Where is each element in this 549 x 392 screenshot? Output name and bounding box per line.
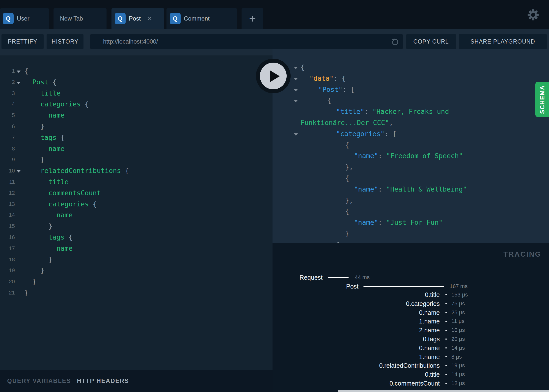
tab-user[interactable]: Q User [0,8,49,29]
query-code: categories { [49,199,97,210]
query-code: Post { [32,77,57,88]
query-line[interactable]: 3title [0,88,273,99]
query-line[interactable]: 2Post { [0,77,273,88]
response-code: "categories": [ [336,128,397,140]
tab-comment[interactable]: Q Comment [166,8,237,29]
execute-button[interactable] [256,59,291,93]
query-line[interactable]: 4categories { [0,99,273,110]
tracing-row: 0.relatedContributions19 μs [273,361,549,370]
response-line: "name": "Just For Fun" [273,217,549,228]
copy-curl-button[interactable]: COPY CURL [406,34,456,49]
tracing-title: TRACING [503,250,541,258]
dash [445,339,447,340]
add-tab-button[interactable]: + [242,8,263,29]
settings-gear-icon[interactable] [527,9,539,21]
endpoint-url-input[interactable]: http://localhost:4000/ [90,34,403,49]
tracing-row: 2.name10 μs [273,326,549,335]
query-line[interactable]: 11title [0,176,273,188]
response-line: { [273,95,549,106]
query-variables-tab[interactable]: QUERY VARIABLES [7,377,71,384]
tab-label: Post [129,15,141,22]
query-editor[interactable]: 1{2Post {3title4categories {5name6}7tags… [0,55,273,370]
query-line[interactable]: 13categories { [0,199,273,210]
fold-arrow-icon[interactable] [17,170,21,172]
dash [445,356,447,357]
query-line[interactable]: 17name [0,243,273,254]
query-line[interactable]: 18} [0,254,273,265]
tab-new-tab[interactable]: New Tab [54,8,107,29]
response-pane: {"data": {"Post": [{"title": "Hacker, Fr… [273,49,549,243]
dash [445,303,447,304]
tracing-row: 1.name8 μs [273,352,549,361]
query-line[interactable]: 9} [0,154,273,165]
query-line[interactable]: 14name [0,210,273,221]
schema-tab[interactable]: SCHEMA [535,82,549,117]
query-line[interactable]: 7tags { [0,132,273,143]
line-number: 4 [0,99,15,110]
query-line[interactable]: 8name [0,143,273,154]
response-code: { [327,95,331,106]
response-code: { [345,173,349,184]
http-headers-tab[interactable]: HTTP HEADERS [77,377,129,384]
query-code: commentsCount [49,188,101,199]
query-code: } [40,121,44,132]
fold-arrow-icon[interactable] [17,71,21,73]
tab-bar: Q User New Tab Q Post ✕ Q Comment + [0,0,549,29]
reload-icon[interactable] [391,38,399,46]
tracing-label: 0.commentsCount [389,379,440,388]
query-line[interactable]: 5name [0,110,273,121]
collapse-arrow-icon[interactable] [294,100,298,102]
collapse-arrow-icon[interactable] [294,78,298,80]
query-line[interactable]: 21} [0,287,273,298]
line-number: 18 [0,254,15,265]
response-code: "Post": [ [318,84,355,95]
response-code: Funktionäre...Der CCC", [301,117,393,128]
response-code: "data": { [309,73,346,84]
line-number: 11 [0,176,15,188]
close-tab-icon[interactable]: ✕ [147,15,152,22]
query-line[interactable]: 1{ [0,66,273,77]
collapse-arrow-icon[interactable] [294,89,298,91]
response-code: } [345,228,349,239]
query-badge: Q [115,13,126,24]
line-number: 20 [0,276,15,287]
response-code: { [345,206,349,217]
share-playground-button[interactable]: SHARE PLAYGROUND [459,34,547,49]
response-code: "name": "Freedom of Speech" [354,150,463,162]
tracing-label: 0.title [425,290,440,299]
line-number: 8 [0,143,15,154]
query-line[interactable]: 19} [0,265,273,276]
tracing-value: 14 μs [451,370,465,379]
query-line[interactable]: 15} [0,221,273,232]
toolbar: PRETTIFY HISTORY http://localhost:4000/ … [0,29,549,49]
tab-label: New Tab [60,15,83,22]
fold-arrow-icon[interactable] [17,82,21,84]
query-line[interactable]: 6} [0,121,273,132]
tracing-value: 14 μs [451,343,465,352]
response-code: { [345,140,349,151]
query-code: title [40,88,60,99]
query-badge: Q [3,13,14,24]
query-line[interactable]: 20} [0,276,273,287]
response-line: { [273,173,549,184]
query-line[interactable]: 10relatedContributions { [0,165,273,176]
line-number: 3 [0,88,15,99]
collapse-arrow-icon[interactable] [294,133,298,136]
endpoint-url: http://localhost:4000/ [103,38,158,45]
response-line: "name": "Freedom of Speech" [273,150,549,162]
response-line: "data": { [273,73,549,84]
query-line[interactable]: 16tags { [0,232,273,243]
horizontal-scrollbar[interactable] [338,390,549,392]
dash [445,294,447,295]
line-number: 1 [0,66,15,77]
tracing-label: 0.tags [423,335,440,343]
tab-post[interactable]: Q Post ✕ [111,8,164,29]
tracing-row: 0.tags20 μs [273,335,549,343]
history-button[interactable]: HISTORY [47,34,83,49]
line-number: 13 [0,199,15,210]
query-line[interactable]: 12commentsCount [0,188,273,199]
prettify-button[interactable]: PRETTIFY [1,34,44,49]
line-number: 2 [0,77,15,88]
collapse-arrow-icon[interactable] [294,67,298,69]
tracing-label: Request [300,273,323,282]
